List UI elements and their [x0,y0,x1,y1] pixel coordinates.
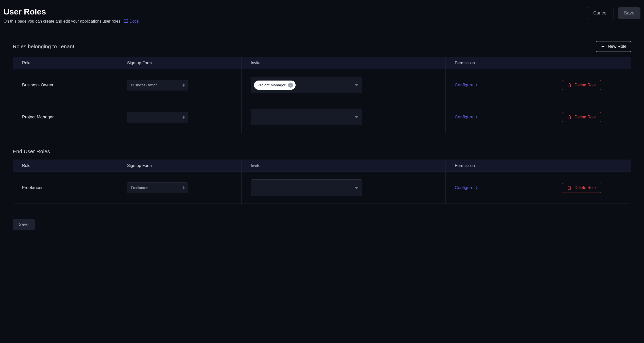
invite-select[interactable] [251,109,362,125]
header-role: Role [13,57,118,69]
invite-select[interactable] [251,179,362,196]
page-title: User Roles [4,7,139,17]
chevron-right-icon [476,115,478,119]
configure-link[interactable]: Configure [455,115,478,120]
header-permission: Permission [446,57,532,69]
delete-label: Delete Role [574,83,596,87]
signup-select[interactable] [127,112,188,122]
invite-select[interactable]: Project Manager [251,77,362,93]
signup-cell [118,101,242,133]
signup-value: Freelancer [131,186,148,190]
table-header: Role Sign-up Form Invite Permission [13,57,631,69]
page-header: User Roles On this page you can create a… [0,0,644,31]
chevrons-icon [182,83,185,87]
configure-link[interactable]: Configure [455,185,478,190]
new-role-button[interactable]: New Role [596,41,631,52]
docs-link[interactable]: Docs [124,19,139,24]
header-actions: Cancel Save [587,7,640,19]
cancel-button[interactable]: Cancel [587,7,614,19]
delete-label: Delete Role [574,115,596,119]
actions-cell: Delete Role [532,172,631,204]
section-title: Roles belonging to Tenant [13,43,74,50]
permission-cell: Configure [446,101,532,133]
header-signup: Sign-up Form [118,57,242,69]
header-signup: Sign-up Form [118,160,242,172]
trash-icon [567,83,571,87]
chevrons-icon [182,115,185,119]
role-name: Business Owner [13,69,118,101]
page-subtitle: On this page you can create and edit you… [4,19,139,24]
plus-icon [601,44,605,49]
delete-role-button[interactable]: Delete Role [562,80,601,90]
section-header: End User Roles [13,148,631,154]
close-icon [289,84,292,86]
content: Roles belonging to Tenant New Role Role … [0,31,644,240]
permission-cell: Configure [446,69,532,101]
configure-label: Configure [455,115,473,120]
save-button[interactable]: Save [618,7,640,19]
chip-label: Project Manager [258,83,285,87]
invite-cell [242,101,446,133]
header-actions [532,160,631,172]
signup-cell: Business Owner [118,69,242,101]
delete-label: Delete Role [574,185,596,190]
header-role: Role [13,160,118,172]
chevron-right-icon [476,186,478,189]
header-permission: Permission [446,160,532,172]
permission-cell: Configure [446,172,532,204]
docs-label: Docs [129,19,139,24]
header-invite: Invite [242,57,446,69]
delete-role-button[interactable]: Delete Role [562,112,601,122]
header-invite: Invite [242,160,446,172]
table-row: Business Owner Business Owner [13,69,631,101]
chevrons-icon [182,186,185,189]
table-header: Role Sign-up Form Invite Permission [13,160,631,172]
table-row: Freelancer Freelancer [13,172,631,204]
role-name: Project Manager [13,101,118,133]
section-title: End User Roles [13,148,50,154]
tenant-roles-table: Role Sign-up Form Invite Permission Busi… [13,57,631,133]
trash-icon [567,115,571,119]
save-button-bottom[interactable]: Save [13,219,35,230]
actions-cell: Delete Role [532,69,631,101]
invite-cell: Project Manager [242,69,446,101]
delete-role-button[interactable]: Delete Role [562,183,601,193]
chip-remove-button[interactable] [288,83,293,88]
trash-icon [567,185,571,190]
table-row: Project Manager [13,101,631,133]
enduser-roles-section: End User Roles Role Sign-up Form Invite … [13,148,631,204]
subtitle-text: On this page you can create and edit you… [4,19,122,24]
header-actions [532,57,631,69]
chevron-right-icon [476,83,478,87]
signup-select[interactable]: Business Owner [127,80,188,90]
actions-cell: Delete Role [532,101,631,133]
invite-cell [242,172,446,204]
signup-cell: Freelancer [118,172,242,204]
signup-value: Business Owner [131,83,157,87]
signup-select[interactable]: Freelancer [127,182,188,193]
header-left: User Roles On this page you can create a… [4,7,139,24]
role-name: Freelancer [13,172,118,204]
section-header: Roles belonging to Tenant New Role [13,41,631,52]
configure-link[interactable]: Configure [455,83,478,88]
invite-chip: Project Manager [254,81,296,90]
tenant-roles-section: Roles belonging to Tenant New Role Role … [13,41,631,133]
configure-label: Configure [455,185,473,190]
configure-label: Configure [455,83,473,88]
book-icon [124,19,128,24]
new-role-label: New Role [608,44,626,49]
enduser-roles-table: Role Sign-up Form Invite Permission Free… [13,160,631,204]
